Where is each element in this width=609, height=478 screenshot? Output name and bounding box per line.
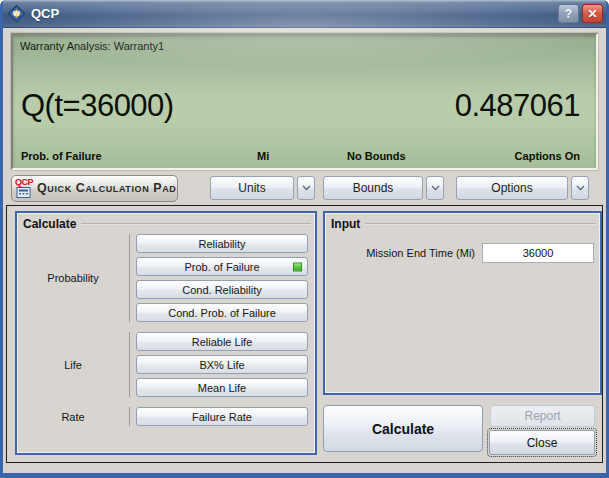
calculate-group-header: Calculate xyxy=(17,215,315,234)
qcp-logo-icon: QCP xyxy=(15,178,33,198)
cond-prob-of-failure-button[interactable]: Cond. Prob. of Failure xyxy=(136,303,308,322)
units-dropdown: Units xyxy=(210,176,315,200)
bounds-dropdown-button[interactable]: Bounds xyxy=(323,176,423,200)
reliable-life-button-label: Reliable Life xyxy=(192,336,253,348)
options-dropdown-arrow[interactable] xyxy=(571,176,589,200)
reliability-button[interactable]: Reliability xyxy=(136,234,308,253)
pad-label: Quick Calculation Pad xyxy=(37,181,176,195)
cond-reliability-button[interactable]: Cond. Reliability xyxy=(136,280,308,299)
qcp-window: W QCP ? ✕ Warranty Analysis: Warranty1 Q… xyxy=(0,0,609,478)
toolbar: QCP Quick Calculation Pad Units xyxy=(11,173,598,203)
window-title: QCP xyxy=(31,6,555,21)
bounds-dropdown: Bounds xyxy=(323,176,444,200)
prob-of-failure-button-label: Prob. of Failure xyxy=(184,261,259,273)
close-button-label: Close xyxy=(527,436,558,450)
close-icon: ✕ xyxy=(587,7,597,21)
quick-calculation-pad-button[interactable]: QCP Quick Calculation Pad xyxy=(11,175,178,202)
calculate-group: Calculate Probability Reliability Prob. … xyxy=(15,211,317,455)
calculate-button[interactable]: Calculate xyxy=(323,405,483,452)
group-header-line xyxy=(81,223,311,225)
main-panel: Calculate Probability Reliability Prob. … xyxy=(6,205,603,463)
life-section: Life Reliable Life BX% Life Mean Life xyxy=(17,332,315,397)
units-dropdown-arrow[interactable] xyxy=(297,176,315,200)
chevron-down-icon xyxy=(431,185,440,191)
failure-rate-button-label: Failure Rate xyxy=(192,411,252,423)
analysis-header: Warranty Analysis: Warranty1 xyxy=(20,40,164,52)
mission-end-time-input[interactable] xyxy=(482,243,594,263)
probability-section-label: Probability xyxy=(17,234,129,322)
selected-indicator xyxy=(293,262,302,271)
input-group: Input Mission End Time (Mi) xyxy=(323,211,602,395)
life-section-label: Life xyxy=(17,332,129,397)
status-units: Mi xyxy=(257,150,269,162)
input-group-header: Input xyxy=(325,215,600,234)
report-button-label: Report xyxy=(524,409,560,423)
mean-life-button[interactable]: Mean Life xyxy=(136,378,308,397)
mission-end-time-label: Mission End Time (Mi) xyxy=(366,247,475,259)
cond-reliability-button-label: Cond. Reliability xyxy=(182,284,261,296)
status-captions: Captions On xyxy=(515,150,580,162)
chevron-down-icon xyxy=(576,185,585,191)
bounds-dropdown-arrow[interactable] xyxy=(426,176,444,200)
window-content: Warranty Analysis: Warranty1 Q(t=36000) … xyxy=(3,28,606,463)
cond-prob-of-failure-button-label: Cond. Prob. of Failure xyxy=(168,307,276,319)
options-dropdown: Options xyxy=(456,176,589,200)
probability-section: Probability Reliability Prob. of Failure… xyxy=(17,234,315,322)
rate-buttons: Failure Rate xyxy=(129,407,315,426)
bx-life-button[interactable]: BX% Life xyxy=(136,355,308,374)
svg-text:W: W xyxy=(13,10,20,17)
calculate-button-label: Calculate xyxy=(372,421,434,437)
input-group-title: Input xyxy=(331,217,360,231)
units-dropdown-button[interactable]: Units xyxy=(210,176,294,200)
mission-end-time-row: Mission End Time (Mi) xyxy=(325,243,600,263)
probability-buttons: Reliability Prob. of Failure Cond. Relia… xyxy=(129,234,315,322)
close-window-button[interactable]: ✕ xyxy=(582,4,603,23)
qcp-logo-text: QCP xyxy=(15,178,33,187)
result-display: Warranty Analysis: Warranty1 Q(t=36000) … xyxy=(11,33,598,170)
bx-life-button-label: BX% Life xyxy=(199,359,244,371)
calculate-group-title: Calculate xyxy=(23,217,76,231)
result-row: Q(t=36000) 0.487061 xyxy=(13,88,596,124)
reliability-button-label: Reliability xyxy=(198,238,245,250)
prob-of-failure-button[interactable]: Prob. of Failure xyxy=(136,257,308,276)
group-header-line xyxy=(365,223,596,225)
status-metric: Prob. of Failure xyxy=(21,150,102,162)
life-buttons: Reliable Life BX% Life Mean Life xyxy=(129,332,315,397)
result-value: 0.487061 xyxy=(455,88,588,124)
weibull-app-icon: W xyxy=(8,5,25,22)
section-gap xyxy=(17,397,315,407)
result-expression: Q(t=36000) xyxy=(21,88,174,124)
report-button[interactable]: Report xyxy=(490,405,595,427)
titlebar: W QCP ? ✕ xyxy=(0,0,609,28)
chevron-down-icon xyxy=(302,185,311,191)
help-icon: ? xyxy=(565,7,572,21)
failure-rate-button[interactable]: Failure Rate xyxy=(136,407,308,426)
section-gap xyxy=(17,322,315,332)
options-dropdown-button[interactable]: Options xyxy=(456,176,568,200)
calculator-icon xyxy=(16,187,32,198)
reliable-life-button[interactable]: Reliable Life xyxy=(136,332,308,351)
help-button[interactable]: ? xyxy=(558,4,579,23)
close-button[interactable]: Close xyxy=(489,430,595,455)
display-status-bar: Prob. of Failure Mi No Bounds Captions O… xyxy=(13,150,596,164)
rate-section-label: Rate xyxy=(17,407,129,426)
mean-life-button-label: Mean Life xyxy=(198,382,246,394)
status-bounds: No Bounds xyxy=(347,150,406,162)
rate-section: Rate Failure Rate xyxy=(17,407,315,426)
